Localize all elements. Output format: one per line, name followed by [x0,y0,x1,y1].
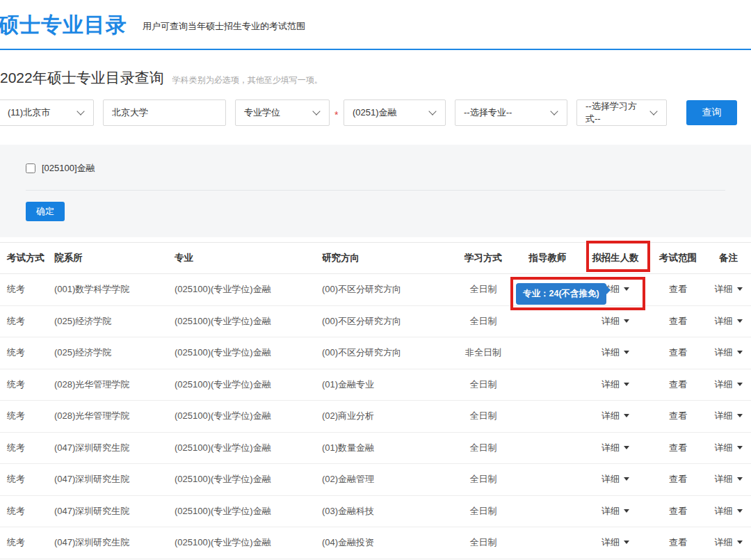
major-cell: (025100)(专业学位)金融 [172,410,320,422]
exam-method-cell: 统考 [0,410,49,422]
degree-type-select[interactable]: 专业学位 [235,99,330,126]
chevron-down-icon [550,107,558,115]
table-row: 统考(028)光华管理学院(025100)(专业学位)金融(02)商业分析全日制… [0,401,751,433]
direction-cell: (00)不区分研究方向 [320,346,452,359]
table-row: 统考(047)深圳研究生院(025100)(专业学位)金融(02)金融管理全日制… [0,464,751,496]
filter-bar: (11)北京市 专业学位 * (0251)金融 --选择专业-- --选择学习方… [0,99,751,126]
exam-method-cell: 统考 [0,505,49,518]
major-checkbox-row: [025100]金融 [26,162,725,175]
study-mode-cell: 全日制 [452,283,515,296]
caret-down-icon [737,414,743,417]
enrollment-detail-link[interactable]: 详细 [601,506,629,516]
study-mode-cell: 非全日制 [452,346,515,359]
enrollment-detail-cell: 详细 [581,473,650,486]
enrollment-detail-link[interactable]: 详细 [601,537,629,547]
discipline-select[interactable]: (0251)金融 [344,99,446,126]
enrollment-detail-link[interactable]: 详细 [601,347,629,358]
table-row: 统考(047)深圳研究生院(025100)(专业学位)金融(03)金融科技全日制… [0,496,751,528]
exam-scope-view-cell: 查看 [650,283,706,296]
major-checkbox[interactable] [26,163,35,173]
major-cell: (025100)(专业学位)金融 [172,315,320,328]
exam-scope-view-link[interactable]: 查看 [669,474,687,484]
table-row: 统考(025)经济学院(025100)(专业学位)金融(00)不区分研究方向全日… [0,306,751,338]
direction-cell: (01)数量金融 [320,442,452,454]
caret-down-icon [624,383,629,386]
caret-down-icon [737,351,743,354]
remarks-detail-link[interactable]: 详细 [715,474,743,484]
exam-scope-view-link[interactable]: 查看 [669,284,687,294]
query-section-note: 学科类别为必选项，其他至少填写一项。 [172,74,323,86]
remarks-detail-link[interactable]: 详细 [715,316,743,326]
col-header-major: 专业 [172,252,320,264]
study-mode-cell: 全日制 [452,315,515,328]
study-mode-cell: 全日制 [452,378,515,391]
page-title: 硕士专业目录 [0,11,127,40]
enrollment-detail-cell: 详细 [581,442,650,454]
university-input[interactable] [103,99,226,126]
remarks-detail-link[interactable]: 详细 [715,410,743,421]
major-cell: (025100)(专业学位)金融 [172,346,320,359]
enrollment-detail-link[interactable]: 详细 [601,410,629,421]
remarks-detail-link[interactable]: 详细 [715,442,743,453]
exam-scope-view-cell: 查看 [650,505,706,518]
remarks-detail-link[interactable]: 详细 [715,347,743,358]
caret-down-icon [737,319,743,323]
table-row: 统考(047)深圳研究生院(025100)(专业学位)金融(04)金融投资全日制… [0,527,751,559]
province-select[interactable]: (11)北京市 [0,99,94,126]
chevron-down-icon [312,107,320,115]
province-select-value: (11)北京市 [8,106,50,119]
direction-cell: (00)不区分研究方向 [320,283,452,296]
exam-scope-view-link[interactable]: 查看 [669,347,687,358]
page-subtitle: 用户可查询当年硕士招生专业的考试范围 [143,20,305,33]
direction-cell: (04)金融投资 [320,536,452,549]
major-checkbox-label[interactable]: [025100]金融 [42,162,95,175]
results-table: 考试方式 院系所 专业 研究方向 学习方式 指导教师 拟招生人数 考试范围 备注… [0,242,751,559]
enrollment-detail-cell: 详细 [581,536,650,549]
major-select[interactable]: --选择专业-- [455,99,567,126]
department-cell: (047)深圳研究生院 [49,473,172,486]
caret-down-icon [624,541,629,544]
remarks-detail-link[interactable]: 详细 [715,537,743,547]
enrollment-detail-cell: 详细 [581,378,650,391]
department-cell: (028)光华管理学院 [49,410,172,422]
major-cell: (025100)(专业学位)金融 [172,536,320,549]
exam-scope-view-cell: 查看 [650,315,706,328]
table-body: 统考(001)数学科学学院(025100)(专业学位)金融(00)不区分研究方向… [0,274,751,559]
remarks-detail-link[interactable]: 详细 [715,284,743,294]
remarks-detail-link[interactable]: 详细 [715,506,743,516]
remarks-detail-cell: 详细 [706,473,751,486]
exam-scope-view-link[interactable]: 查看 [669,506,687,516]
enrollment-detail-cell: 详细 [581,346,650,359]
enrollment-detail-link[interactable]: 详细 [601,316,629,326]
remarks-detail-link[interactable]: 详细 [715,379,743,390]
confirm-button[interactable]: 确定 [26,202,65,221]
search-button[interactable]: 查询 [686,100,737,125]
enrollment-detail-cell: 详细 [581,410,650,422]
enrollment-detail-link[interactable]: 详细 [601,379,629,390]
query-section-title: 2022年硕士专业目录查询 [0,68,164,88]
exam-scope-view-link[interactable]: 查看 [669,316,687,326]
table-header-row: 考试方式 院系所 专业 研究方向 学习方式 指导教师 拟招生人数 考试范围 备注 [0,242,751,274]
enrollment-tooltip-text: 专业：24(不含推免) [523,289,599,298]
exam-scope-view-link[interactable]: 查看 [669,379,687,390]
department-cell: (001)数学科学学院 [49,283,172,296]
study-mode-cell: 全日制 [452,536,515,549]
exam-scope-view-link[interactable]: 查看 [669,537,687,547]
direction-cell: (02)金融管理 [320,473,452,486]
study-mode-select[interactable]: --选择学习方式-- [576,99,667,126]
col-header-enrollment: 拟招生人数 [581,252,650,264]
exam-scope-view-cell: 查看 [650,473,706,486]
enrollment-detail-link[interactable]: 详细 [601,474,629,484]
exam-method-cell: 统考 [0,315,49,328]
direction-cell: (03)金融科技 [320,505,452,518]
exam-scope-view-link[interactable]: 查看 [669,442,687,453]
enrollment-detail-link[interactable]: 详细 [601,442,629,453]
required-marker: * [334,109,340,120]
exam-scope-view-link[interactable]: 查看 [669,410,687,421]
caret-down-icon [624,477,629,481]
remarks-detail-cell: 详细 [706,346,751,359]
col-header-remarks: 备注 [706,252,751,264]
table-row: 统考(028)光华管理学院(025100)(专业学位)金融(01)金融专业全日制… [0,369,751,401]
exam-scope-view-cell: 查看 [650,442,706,454]
exam-method-cell: 统考 [0,283,49,296]
